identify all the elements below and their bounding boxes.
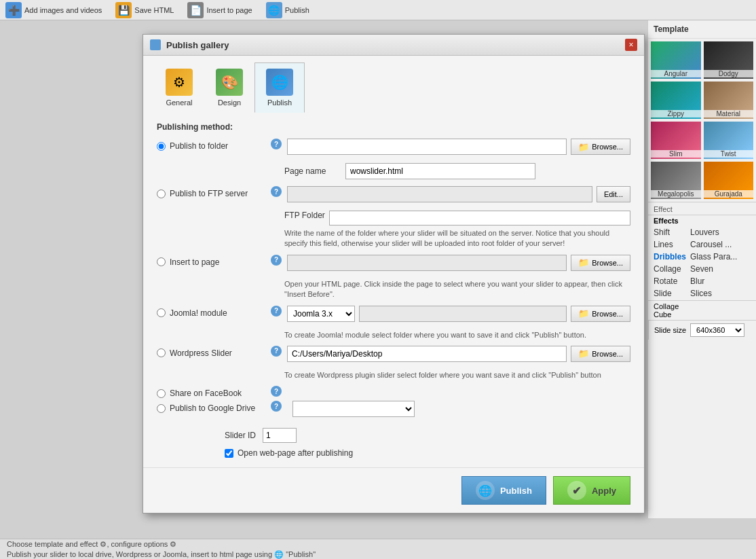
effect-carousel[interactable]: Carousel ... xyxy=(690,239,737,250)
ftp-sub-row: FTP Folder Write the name of the folder … xyxy=(284,211,630,249)
method-wordpress-label: Wordpress Slider xyxy=(170,348,232,358)
method-googledrive-radio-col: Publish to Google Drive xyxy=(157,401,265,413)
slide-size-select[interactable]: 640x360 800x450 1024x576 xyxy=(690,323,744,337)
effect-slide[interactable]: Slide xyxy=(654,288,686,299)
wordpress-browse-button[interactable]: 📁 Browse... xyxy=(571,346,630,362)
publish-button-icon: 🌐 xyxy=(476,481,495,500)
effect-glasspara[interactable]: Glass Para... xyxy=(690,251,737,262)
template-label-slim: Slim xyxy=(651,150,701,158)
template-item-zippy[interactable]: Zippy xyxy=(651,82,701,119)
tab-publish[interactable]: 🌐 Publish xyxy=(254,62,305,113)
toolbar-insert-page[interactable]: 📄 Insert to page xyxy=(187,2,252,18)
ftp-folder-input[interactable] xyxy=(329,211,630,226)
template-label-megalopolis: Megalopolis xyxy=(651,190,701,198)
effect-shift[interactable]: Shift xyxy=(654,227,686,238)
method-googledrive-help[interactable]: ? xyxy=(271,401,282,412)
method-joomla-radio-col: Joomla! module xyxy=(157,306,265,318)
effects-section: Effects Shift Lines Dribbles Collage Rot… xyxy=(648,215,756,300)
publish-toolbar-icon: 🌐 xyxy=(266,2,282,18)
method-facebook-help[interactable]: ? xyxy=(271,386,282,397)
open-webpage-checkbox[interactable] xyxy=(225,449,233,458)
ftp-path-input[interactable] xyxy=(287,186,592,202)
publish-button[interactable]: 🌐 Publish xyxy=(461,476,546,505)
method-row-ftp: Publish to FTP server ? Edit... xyxy=(157,186,630,202)
folder-path-input[interactable] xyxy=(287,139,567,155)
dialog-title: Publish gallery xyxy=(150,39,229,50)
method-googledrive-radio[interactable] xyxy=(157,404,166,413)
effect-lines[interactable]: Lines xyxy=(654,239,686,250)
joomla-path-input[interactable] xyxy=(359,306,567,322)
insert-sub-row: Open your HTML page. Click inside the pa… xyxy=(284,279,630,300)
method-folder-help[interactable]: ? xyxy=(271,139,282,149)
toolbar-add-images[interactable]: ➕ Add images and videos xyxy=(5,2,102,18)
joomla-sub-row: To create Joomla! module select folder w… xyxy=(284,330,630,340)
effect-louvers[interactable]: Louvers xyxy=(690,227,737,238)
method-joomla-radio[interactable] xyxy=(157,308,166,317)
apply-button-icon: ✔ xyxy=(567,481,586,500)
tab-design[interactable]: 🎨 Design xyxy=(204,62,254,113)
ftp-edit-button[interactable]: Edit... xyxy=(597,186,630,202)
method-facebook-radio[interactable] xyxy=(157,389,166,398)
toolbar-save-html[interactable]: 💾 Save HTML xyxy=(115,2,174,18)
dialog-title-icon xyxy=(150,39,161,50)
method-row-insert: Insert to page ? 📁 Browse... xyxy=(157,255,630,271)
joomla-browse-icon: 📁 xyxy=(578,308,589,319)
method-wordpress-radio[interactable] xyxy=(157,348,166,357)
method-joomla-input-group: Joomla 3.x Joomla 2.5 📁 Browse... xyxy=(287,306,630,322)
toolbar-publish-label: Publish xyxy=(285,6,309,14)
status-text: Choose template and effect ⚙, configure … xyxy=(7,540,316,559)
template-item-slim[interactable]: Slim xyxy=(651,122,701,159)
cube-label: Cube xyxy=(654,310,751,319)
template-panel-header: Template xyxy=(648,20,756,39)
template-item-material[interactable]: Material xyxy=(704,82,754,119)
effect-collage[interactable]: Collage xyxy=(654,264,686,274)
googledrive-select[interactable] xyxy=(292,401,415,417)
effect-rotate[interactable]: Rotate xyxy=(654,276,686,287)
joomla-version-select[interactable]: Joomla 3.x Joomla 2.5 xyxy=(287,306,355,322)
folder-browse-button[interactable]: 📁 Browse... xyxy=(571,139,630,155)
tab-design-label: Design xyxy=(218,98,241,107)
tab-general[interactable]: ⚙ General xyxy=(154,62,204,113)
wordpress-path-input[interactable] xyxy=(287,346,567,362)
page-name-input[interactable] xyxy=(345,163,535,179)
insert-notice-text: Open your HTML page. Click inside the pa… xyxy=(284,279,630,300)
effect-seven[interactable]: Seven xyxy=(690,264,737,274)
toolbar-publish[interactable]: 🌐 Publish xyxy=(266,2,309,18)
method-facebook-radio-col: Share on FaceBook xyxy=(157,386,265,398)
dialog-titlebar: Publish gallery × xyxy=(143,35,644,56)
wordpress-browse-icon: 📁 xyxy=(578,348,589,359)
ftp-folder-group: FTP Folder xyxy=(284,211,630,226)
slider-id-label: Slider ID xyxy=(225,431,256,440)
insert-browse-button[interactable]: 📁 Browse... xyxy=(571,255,630,271)
ftp-notice-text: Write the name of the folder where your … xyxy=(284,228,630,249)
apply-button[interactable]: ✔ Apply xyxy=(553,476,630,505)
method-folder-radio-col: Publish to folder xyxy=(157,139,265,151)
open-webpage-row: Open web-page after publishing xyxy=(225,448,630,458)
effect-blur[interactable]: Blur xyxy=(690,276,737,287)
method-insert-help[interactable]: ? xyxy=(271,255,282,266)
method-folder-radio[interactable] xyxy=(157,142,166,151)
template-item-dodgy[interactable]: Dodgy xyxy=(704,41,754,79)
toolbar-insert-label: Insert to page xyxy=(206,6,252,14)
tab-publish-label: Publish xyxy=(267,98,292,107)
browse-folder-icon: 📁 xyxy=(578,142,589,152)
insert-path-input[interactable] xyxy=(287,255,567,271)
method-insert-radio[interactable] xyxy=(157,257,166,266)
method-ftp-help[interactable]: ? xyxy=(271,186,282,197)
template-item-angular[interactable]: Angular xyxy=(651,41,701,79)
page-name-row: Page name xyxy=(284,163,630,179)
template-item-gurajada[interactable]: Gurajada xyxy=(704,162,754,199)
googledrive-input-wrapper xyxy=(292,401,630,417)
slider-id-input[interactable] xyxy=(263,428,297,443)
joomla-browse-button[interactable]: 📁 Browse... xyxy=(571,306,630,322)
method-wordpress-help[interactable]: ? xyxy=(271,346,282,357)
insert-page-icon: 📄 xyxy=(187,2,204,18)
method-joomla-help[interactable]: ? xyxy=(271,306,282,317)
effect-slices[interactable]: Slices xyxy=(690,288,737,299)
template-item-megalopolis[interactable]: Megalopolis xyxy=(651,162,701,199)
dialog-close-button[interactable]: × xyxy=(625,39,637,51)
method-ftp-radio[interactable] xyxy=(157,190,166,198)
template-item-twist[interactable]: Twist xyxy=(704,122,754,159)
joomla-notice-text: To create Joomla! module select folder w… xyxy=(284,330,630,340)
effect-dribbles[interactable]: Dribbles xyxy=(654,251,686,262)
